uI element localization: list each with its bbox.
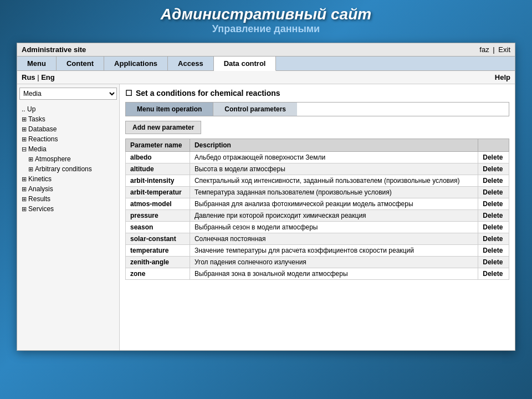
admin-panel: Administrative site faz | Exit Menu Cont…	[17, 43, 515, 351]
sidebar-item-media[interactable]: Media	[19, 144, 117, 154]
param-description: Солнечная постоянная	[190, 233, 478, 245]
tab-control-parameters[interactable]: Control parameters	[213, 103, 297, 116]
separator: |	[493, 45, 497, 54]
sidebar: Media .. Up Tasks Database Reactions Med…	[17, 84, 120, 350]
user-controls: faz | Exit	[479, 45, 510, 54]
table-row: atmos-model Выбранная для анализа фотохи…	[126, 198, 509, 210]
param-delete[interactable]: Delete	[478, 175, 509, 187]
sidebar-item-kinetics[interactable]: Kinetics	[19, 174, 117, 184]
table-row: zone Выбранная зона в зональной модели а…	[126, 268, 509, 280]
param-delete[interactable]: Delete	[478, 245, 509, 257]
param-name: solar-constant	[126, 233, 190, 245]
main-content: Set a conditions for chemical reactions …	[120, 84, 515, 350]
username-link[interactable]: faz	[479, 45, 489, 54]
table-row: season Выбранный сезон в модели атмосфер…	[126, 222, 509, 233]
nav-applications[interactable]: Applications	[104, 57, 168, 70]
table-row: zenith-angle Угол падения солнечного изл…	[126, 257, 509, 268]
param-description: Высота в модели атмосферы	[190, 163, 478, 175]
table-row: pressure Давление при которой происходит…	[126, 210, 509, 222]
params-table: Parameter name Description albedo Альбед…	[125, 139, 509, 280]
page-subtitle: Управление данными	[161, 23, 371, 35]
tabs-row: Menu item operation Control parameters	[125, 102, 509, 116]
param-description: Альбедо отражающей поверхности Земли	[190, 152, 478, 163]
sidebar-item-analysis[interactable]: Analysis	[19, 184, 117, 194]
param-delete[interactable]: Delete	[478, 257, 509, 268]
param-name: altitude	[126, 163, 190, 175]
param-name: albedo	[126, 152, 190, 163]
param-name: pressure	[126, 210, 190, 222]
sidebar-item-results[interactable]: Results	[19, 194, 117, 204]
page-title: Административный сайт	[161, 6, 371, 23]
table-row: solar-constant Солнечная постоянная Dele…	[126, 233, 509, 245]
param-description: Значение температуры для расчета коэффиц…	[190, 245, 478, 257]
table-row: temperature Значение температуры для рас…	[126, 245, 509, 257]
table-row: arbit-temperatur Температура заданная по…	[126, 187, 509, 198]
param-name: zenith-angle	[126, 257, 190, 268]
table-row: arbit-intensity Спектральный ход интенси…	[126, 175, 509, 187]
sidebar-item-database[interactable]: Database	[19, 124, 117, 134]
table-row: altitude Высота в модели атмосферы Delet…	[126, 163, 509, 175]
param-description: Угол падения солнечного излучения	[190, 257, 478, 268]
tab-menu-item-operation[interactable]: Menu item operation	[126, 103, 213, 116]
section-title: Set a conditions for chemical reactions	[125, 89, 509, 98]
site-name: Administrative site	[22, 45, 86, 54]
content-area: Media .. Up Tasks Database Reactions Med…	[17, 84, 515, 350]
nav-content[interactable]: Content	[57, 57, 104, 70]
exit-link[interactable]: Exit	[498, 45, 510, 54]
param-description: Спектральный ход интенсивности, заданный…	[190, 175, 478, 187]
top-bar: Administrative site faz | Exit	[17, 43, 515, 57]
param-delete[interactable]: Delete	[478, 222, 509, 233]
lang-links: Rus | Eng	[22, 73, 55, 81]
param-name: arbit-temperatur	[126, 187, 190, 198]
sidebar-item-tasks[interactable]: Tasks	[19, 114, 117, 124]
param-name: temperature	[126, 245, 190, 257]
param-name: season	[126, 222, 190, 233]
nav-bar: Menu Content Applications Access Data co…	[17, 57, 515, 71]
sidebar-item-up[interactable]: .. Up	[19, 104, 117, 114]
sidebar-item-arbitrary[interactable]: Arbitrary conditions	[19, 164, 117, 174]
param-description: Температура заданная пользователем (прои…	[190, 187, 478, 198]
col-header-description: Description	[190, 139, 478, 152]
section-dropdown[interactable]: Media	[19, 88, 117, 100]
param-delete[interactable]: Delete	[478, 210, 509, 222]
add-parameter-button[interactable]: Add new parameter	[125, 121, 201, 134]
param-description: Выбранный сезон в модели атмосферы	[190, 222, 478, 233]
col-header-action	[478, 139, 509, 152]
lang-bar: Rus | Eng Help	[17, 71, 515, 84]
nav-menu[interactable]: Menu	[17, 57, 57, 70]
param-delete[interactable]: Delete	[478, 163, 509, 175]
param-name: atmos-model	[126, 198, 190, 210]
param-name: arbit-intensity	[126, 175, 190, 187]
param-delete[interactable]: Delete	[478, 198, 509, 210]
lang-eng[interactable]: Eng	[41, 73, 55, 81]
param-delete[interactable]: Delete	[478, 152, 509, 163]
param-description: Давление при которой происходит химическ…	[190, 210, 478, 222]
col-header-name: Parameter name	[126, 139, 190, 152]
sidebar-item-atmosphere[interactable]: Atmosphere	[19, 154, 117, 164]
lang-rus[interactable]: Rus	[22, 73, 35, 81]
param-description: Выбранная для анализа фотохимической реа…	[190, 198, 478, 210]
nav-access[interactable]: Access	[168, 57, 214, 70]
table-row: albedo Альбедо отражающей поверхности Зе…	[126, 152, 509, 163]
param-delete[interactable]: Delete	[478, 187, 509, 198]
sidebar-item-services[interactable]: Services	[19, 204, 117, 214]
nav-data-control[interactable]: Data control	[214, 57, 277, 71]
sidebar-item-reactions[interactable]: Reactions	[19, 134, 117, 144]
param-delete[interactable]: Delete	[478, 233, 509, 245]
help-link[interactable]: Help	[495, 73, 510, 81]
param-name: zone	[126, 268, 190, 280]
param-description: Выбранная зона в зональной модели атмосф…	[190, 268, 478, 280]
param-delete[interactable]: Delete	[478, 268, 509, 280]
